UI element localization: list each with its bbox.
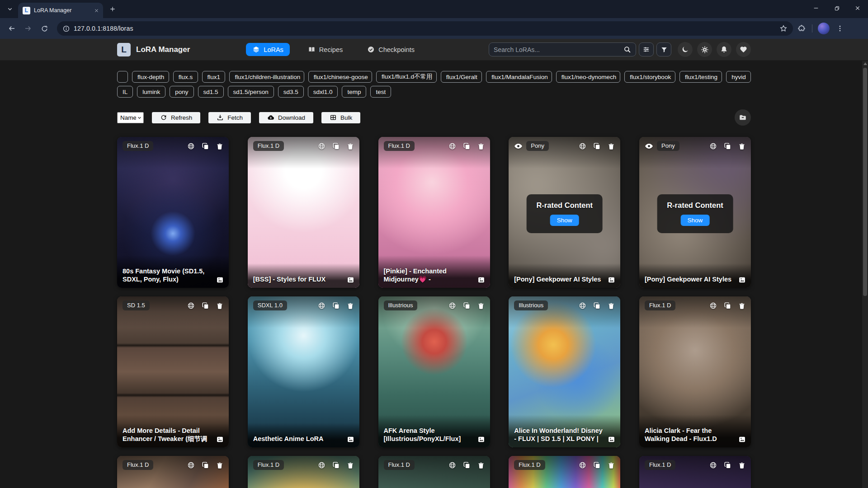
tag-chip[interactable]: flux1/children-illustration <box>229 71 304 83</box>
trash-icon[interactable] <box>216 302 223 310</box>
globe-icon[interactable] <box>579 142 586 150</box>
copy-icon[interactable] <box>593 461 601 469</box>
close-window-button[interactable] <box>847 0 868 16</box>
globe-icon[interactable] <box>187 461 195 469</box>
lora-card[interactable]: Flux.1 D R-rated Content Show <box>639 456 751 488</box>
trash-icon[interactable] <box>216 462 223 469</box>
image-icon[interactable] <box>347 276 354 284</box>
trash-icon[interactable] <box>477 143 485 150</box>
lora-card[interactable]: Illustrious R-rated Content Show AFK Are… <box>378 296 490 447</box>
tag-chip[interactable]: flux.s <box>173 71 198 83</box>
eye-icon[interactable] <box>645 142 653 150</box>
image-icon[interactable] <box>347 436 354 443</box>
filter-button[interactable] <box>656 42 671 56</box>
tag-chip[interactable]: IL <box>117 86 133 98</box>
copy-icon[interactable] <box>724 142 731 150</box>
refresh-button[interactable]: Refresh <box>152 112 200 123</box>
copy-icon[interactable] <box>463 142 471 150</box>
lora-card[interactable]: Illustrious R-rated Content Show Alice I… <box>509 296 620 447</box>
nav-tab-checkpoints[interactable]: Checkpoints <box>361 43 421 56</box>
globe-icon[interactable] <box>318 461 326 469</box>
tag-chip[interactable]: sd1.5 <box>198 86 224 98</box>
tag-chip[interactable]: flux1/MandalaFusion <box>486 71 552 83</box>
scroll-up-arrow[interactable] <box>863 62 867 65</box>
settings-button[interactable] <box>697 42 712 57</box>
bookmark-star-icon[interactable] <box>779 24 788 33</box>
image-icon[interactable] <box>608 276 615 284</box>
show-nsfw-button[interactable]: Show <box>681 215 710 226</box>
new-tab-button[interactable] <box>107 3 118 15</box>
page-scrollbar[interactable] <box>862 61 868 488</box>
tag-chip[interactable]: flux1/testing <box>679 71 722 83</box>
copy-icon[interactable] <box>593 142 601 150</box>
copy-icon[interactable] <box>724 302 731 310</box>
trash-icon[interactable] <box>216 143 223 150</box>
copy-icon[interactable] <box>593 302 601 310</box>
address-bar[interactable]: 127.0.0.1:8188/loras <box>57 21 793 36</box>
copy-icon[interactable] <box>202 461 209 469</box>
tag-chip[interactable] <box>117 71 128 83</box>
bulk-button[interactable]: Bulk <box>321 112 360 123</box>
tag-chip[interactable]: pony <box>170 86 193 98</box>
lora-card[interactable]: Flux.1 D R-rated Content Show <box>509 456 620 488</box>
back-button[interactable] <box>5 21 19 36</box>
url-text[interactable]: 127.0.0.1:8188/loras <box>74 25 776 32</box>
globe-icon[interactable] <box>579 461 586 469</box>
copy-icon[interactable] <box>463 461 471 469</box>
globe-icon[interactable] <box>709 302 717 310</box>
tag-chip[interactable]: lumink <box>137 86 165 98</box>
tag-chip[interactable]: flux-depth <box>132 71 169 83</box>
support-button[interactable] <box>736 42 751 57</box>
lora-card[interactable]: Flux.1 D R-rated Content Show 80s Fantas… <box>117 137 229 288</box>
fetch-button[interactable]: Fetch <box>208 112 251 123</box>
image-icon[interactable] <box>738 436 746 443</box>
search-input[interactable] <box>494 46 623 53</box>
globe-icon[interactable] <box>448 302 456 310</box>
tag-chip[interactable]: flux1/Geralt <box>441 71 482 83</box>
trash-icon[interactable] <box>608 302 615 310</box>
trash-icon[interactable] <box>738 462 745 469</box>
tag-chip[interactable]: sd1.5/person <box>228 86 274 98</box>
sort-options-button[interactable] <box>639 42 654 56</box>
tag-chip[interactable]: sd3.5 <box>278 86 304 98</box>
copy-icon[interactable] <box>463 302 471 310</box>
globe-icon[interactable] <box>318 302 326 310</box>
browser-menu-button[interactable] <box>833 22 847 35</box>
lora-card[interactable]: Pony R-rated Content Show [Pony] Geekpow… <box>509 137 620 288</box>
eye-icon[interactable] <box>514 142 523 150</box>
globe-icon[interactable] <box>579 302 586 310</box>
tag-chip[interactable]: flux1 <box>202 71 226 83</box>
minimize-button[interactable] <box>806 0 826 16</box>
lora-card[interactable]: Flux.1 D R-rated Content Show <box>117 456 229 488</box>
lora-card[interactable]: Pony R-rated Content Show [Pony] Geekpow… <box>639 137 751 288</box>
scrollbar-thumb[interactable] <box>863 68 867 296</box>
globe-icon[interactable] <box>187 142 195 150</box>
trash-icon[interactable] <box>477 302 485 310</box>
forward-button[interactable] <box>21 21 35 36</box>
copy-icon[interactable] <box>202 142 209 150</box>
trash-icon[interactable] <box>608 143 615 150</box>
folder-tree-button[interactable] <box>735 109 751 126</box>
lora-card[interactable]: Flux.1 D R-rated Content Show <box>378 456 490 488</box>
copy-icon[interactable] <box>724 461 731 469</box>
search-icon[interactable] <box>623 46 631 53</box>
dark-mode-button[interactable] <box>678 42 693 57</box>
extensions-button[interactable] <box>795 22 808 35</box>
maximize-button[interactable] <box>826 0 847 16</box>
tag-chip[interactable]: flux1/storybook <box>624 71 675 83</box>
show-nsfw-button[interactable]: Show <box>550 215 579 226</box>
tag-chip[interactable]: test <box>370 86 391 98</box>
lora-card[interactable]: Flux.1 D R-rated Content Show <box>248 456 359 488</box>
copy-icon[interactable] <box>332 142 340 150</box>
lora-card[interactable]: Flux.1 D R-rated Content Show [Pinkie] -… <box>378 137 490 288</box>
trash-icon[interactable] <box>347 302 354 310</box>
nav-tab-loras[interactable]: LoRAs <box>246 43 290 56</box>
copy-icon[interactable] <box>202 302 209 310</box>
download-button[interactable]: Download <box>259 112 313 123</box>
image-icon[interactable] <box>216 276 224 284</box>
lora-card[interactable]: SD 1.5 R-rated Content Show Add More Det… <box>117 296 229 447</box>
tag-chip[interactable]: sdxl1.0 <box>308 86 338 98</box>
image-icon[interactable] <box>477 276 485 284</box>
lora-card[interactable]: SDXL 1.0 R-rated Content Show Aesthetic … <box>248 296 359 447</box>
globe-icon[interactable] <box>448 142 456 150</box>
